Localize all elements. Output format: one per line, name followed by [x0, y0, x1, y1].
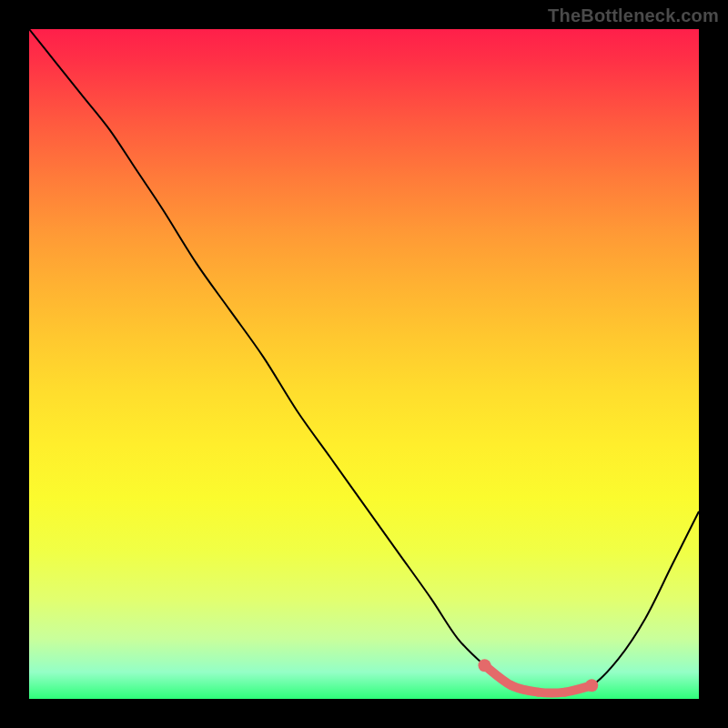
highlight-dot: [478, 659, 490, 672]
curve-svg: [29, 29, 699, 699]
highlight-dot: [561, 688, 570, 697]
highlight-min-region: [478, 659, 598, 696]
highlight-dot: [507, 681, 516, 690]
highlight-dot: [585, 679, 598, 692]
bottleneck-curve: [29, 29, 699, 693]
plot-area: [29, 29, 699, 699]
chart-frame: TheBottleneck.com: [0, 0, 728, 728]
highlight-dot: [533, 688, 542, 697]
watermark-text: TheBottleneck.com: [548, 5, 719, 26]
